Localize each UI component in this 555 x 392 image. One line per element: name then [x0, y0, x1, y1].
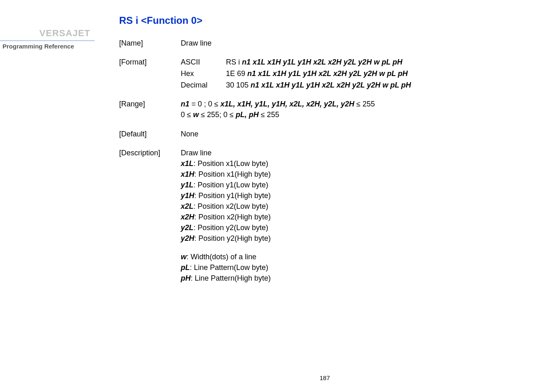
value-description: Draw line x1L: Position x1(Low byte) x1H…	[181, 148, 539, 284]
format-ascii-params: n1 x1L x1H y1L y1H x2L x2H y2L y2H w pL …	[242, 58, 403, 66]
range-line-1: n1 = 0 ; 0 ≤ x1L, x1H, y1L, y1H, x2L, x2…	[181, 99, 539, 109]
format-hex-label: Hex	[181, 68, 226, 79]
section-title: RS i <Function 0>	[119, 15, 539, 26]
format-hex-params: n1 x1L x1H y1L y1H x2L x2H y2L y2H w pL …	[247, 69, 408, 78]
desc-y2l-k: y2L	[181, 224, 193, 232]
desc-x2h-k: x2H	[181, 213, 194, 221]
desc-y1l-k: y1L	[181, 181, 193, 189]
desc-y2h: y2H: Position y2(High byte)	[181, 233, 539, 244]
label-description: [Description]	[119, 148, 181, 284]
row-format: [Format] ASCII RS i n1 x1L x1H y1L y1H x…	[119, 57, 539, 90]
range-vars: x1L, x1H, y1L, y1H, x2L, x2H, y2L, y2H	[220, 100, 354, 108]
format-ascii-prefix: RS i	[226, 58, 242, 66]
desc-y2h-k: y2H	[181, 234, 194, 242]
sidebar: VERSAJET Programming Reference	[0, 0, 94, 392]
range-n1: n1	[181, 100, 189, 108]
desc-x1l-k: x1L	[181, 159, 193, 168]
desc-w: w: Width(dots) of a line	[181, 251, 539, 262]
desc-gap	[181, 244, 539, 251]
desc-ph-k: pH	[181, 274, 191, 282]
desc-x2l-v: : Position x2(Low byte)	[193, 202, 268, 210]
format-dec-label: Decimal	[181, 80, 226, 90]
range-n1-eq: = 0 ; 0 ≤	[189, 100, 220, 108]
format-ascii-value: RS i n1 x1L x1H y1L y1H x2L x2H y2L y2H …	[226, 57, 539, 67]
desc-pl-v: : Line Pattern(Low byte)	[190, 263, 268, 272]
format-table: ASCII RS i n1 x1L x1H y1L y1H x2L x2H y2…	[181, 57, 539, 90]
range-l2-b: ≤ 255; 0 ≤	[199, 111, 236, 119]
desc-y1h-k: y1H	[181, 191, 194, 200]
desc-ph-v: : Line Pattern(High byte)	[191, 274, 271, 282]
desc-x2h-v: : Position x2(High byte)	[194, 213, 271, 221]
desc-y1h-v: : Position y1(High byte)	[194, 191, 271, 200]
label-range: [Range]	[119, 99, 181, 120]
brand-title: VERSAJET	[0, 28, 94, 39]
range-l2-w: w	[193, 111, 199, 119]
page-number: 187	[320, 374, 330, 381]
desc-pl: pL: Line Pattern(Low byte)	[181, 262, 539, 273]
range-l2-pl: pL, pH	[236, 111, 259, 119]
label-name: [Name]	[119, 38, 181, 48]
desc-w-v: : Width(dots) of a line	[187, 253, 256, 261]
format-ascii-label: ASCII	[181, 57, 226, 67]
row-name: [Name] Draw line	[119, 38, 539, 48]
label-default: [Default]	[119, 129, 181, 139]
desc-ph: pH: Line Pattern(High byte)	[181, 273, 539, 284]
desc-x1l: x1L: Position x1(Low byte)	[181, 158, 539, 169]
value-format: ASCII RS i n1 x1L x1H y1L y1H x2L x2H y2…	[181, 57, 539, 90]
range-l2-a: 0 ≤	[181, 111, 193, 119]
desc-x2l: x2L: Position x2(Low byte)	[181, 201, 539, 212]
desc-x1h: x1H: Position x1(High byte)	[181, 169, 539, 180]
desc-x1h-v: : Position x1(High byte)	[194, 170, 271, 178]
format-hex-value: 1E 69 n1 x1L x1H y1L y1H x2L x2H y2L y2H…	[226, 68, 539, 79]
value-range: n1 = 0 ; 0 ≤ x1L, x1H, y1L, y1H, x2L, x2…	[181, 99, 539, 120]
format-dec-params: n1 x1L x1H y1L y1H x2L x2H y2L y2H w pL …	[251, 81, 411, 89]
desc-x2l-k: x2L	[181, 202, 193, 210]
desc-head: Draw line	[181, 148, 539, 158]
page-root: VERSAJET Programming Reference RS i <Fun…	[0, 0, 555, 392]
desc-w-k: w	[181, 253, 187, 261]
range-line-2: 0 ≤ w ≤ 255; 0 ≤ pL, pH ≤ 255	[181, 109, 539, 120]
row-range: [Range] n1 = 0 ; 0 ≤ x1L, x1H, y1L, y1H,…	[119, 99, 539, 120]
label-format: [Format]	[119, 57, 181, 90]
format-dec-prefix: 30 105	[226, 81, 251, 89]
desc-x2h: x2H: Position x2(High byte)	[181, 212, 539, 222]
row-default: [Default] None	[119, 129, 539, 139]
content-area: RS i <Function 0> [Name] Draw line [Form…	[94, 0, 555, 392]
desc-x1l-v: : Position x1(Low byte)	[193, 159, 268, 168]
desc-pl-k: pL	[181, 263, 190, 272]
desc-x1h-k: x1H	[181, 170, 194, 178]
format-hex-prefix: 1E 69	[226, 69, 247, 78]
desc-y2l-v: : Position y2(Low byte)	[193, 224, 268, 232]
desc-y2h-v: : Position y2(High byte)	[194, 234, 271, 242]
desc-y1l-v: : Position y1(Low byte)	[193, 181, 268, 189]
desc-y1h: y1H: Position y1(High byte)	[181, 190, 539, 201]
value-name: Draw line	[181, 38, 539, 48]
format-dec-value: 30 105 n1 x1L x1H y1L y1H x2L x2H y2L y2…	[226, 80, 539, 90]
desc-y1l: y1L: Position y1(Low byte)	[181, 180, 539, 190]
value-default: None	[181, 129, 539, 139]
reference-label: Programming Reference	[0, 41, 94, 50]
range-tail: ≤ 255	[355, 100, 375, 108]
range-l2-c: ≤ 255	[259, 111, 279, 119]
row-description: [Description] Draw line x1L: Position x1…	[119, 148, 539, 284]
desc-y2l: y2L: Position y2(Low byte)	[181, 222, 539, 233]
